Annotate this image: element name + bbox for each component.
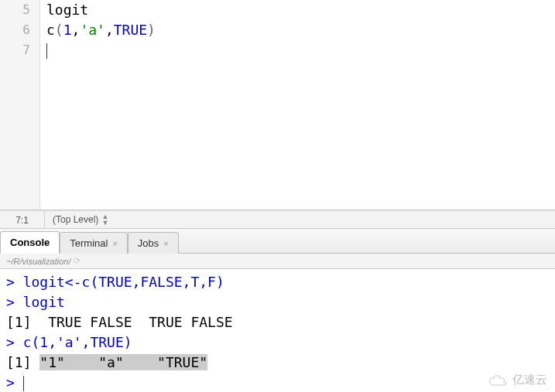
console-input: logit<-c(TRUE,FALSE,T,F) [23,274,224,290]
prompt: > [6,334,23,350]
console-input: c(1,'a',TRUE) [23,334,132,350]
close-icon[interactable]: × [163,239,168,248]
console-tab-bar: Console Terminal × Jobs × [0,229,555,254]
console-line: > logit<-c(TRUE,FALSE,T,F) [6,272,549,292]
code-line: logit [46,0,555,20]
watermark: 亿速云 [488,373,547,387]
cloud-icon [488,373,509,387]
pad [32,354,40,370]
output-values: TRUE FALSE TRUE FALSE [32,314,233,330]
identifier: logit [46,2,88,18]
tab-label: Console [10,237,50,248]
string-literal: 'a' [80,22,105,38]
line-number: 5 [0,0,30,20]
console-line: > logit [6,292,549,312]
paren-open: ( [55,22,63,38]
scope-label: (Top Level) [53,210,98,229]
output-index: [1] [6,354,32,370]
prompt: > [6,374,23,390]
console-input: logit [23,294,65,310]
comma: , [105,22,114,38]
console-line: [1] TRUE FALSE TRUE FALSE [6,312,549,332]
refresh-icon[interactable]: ⟳ [74,256,81,266]
watermark-text: 亿速云 [512,373,547,387]
function-name: c [46,22,55,38]
tab-label: Jobs [138,237,159,249]
working-directory[interactable]: ~/R/visualization/ [6,257,70,266]
console-line: > [6,373,549,392]
tab-console[interactable]: Console [0,231,60,254]
cursor-position: 7:1 [0,211,45,228]
selected-output: "1" "a" "TRUE" [39,354,207,370]
number-literal: 1 [63,22,72,38]
code-line: c(1,'a',TRUE) [46,20,555,40]
updown-icon: ▲▼ [101,213,108,226]
constant: TRUE [114,22,147,38]
code-area[interactable]: logit c(1,'a',TRUE) [40,0,555,210]
line-number: 7 [0,40,30,60]
tab-jobs[interactable]: Jobs × [128,232,179,254]
prompt: > [6,294,23,310]
close-icon[interactable]: × [112,239,117,248]
line-number: 6 [0,20,30,40]
prompt: > [6,274,23,290]
code-line [46,40,555,60]
comma: , [72,22,81,38]
console-output[interactable]: > logit<-c(TRUE,FALSE,T,F) > logit [1] T… [0,269,555,392]
output-index: [1] [6,314,32,330]
scope-selector[interactable]: (Top Level) ▲▼ [45,211,108,228]
editor-status-bar: 7:1 (Top Level) ▲▼ [0,210,555,229]
console-line: > c(1,'a',TRUE) [6,332,549,353]
line-gutter: 5 6 7 [0,0,40,210]
editor-cursor [46,43,47,59]
source-editor: 5 6 7 logit c(1,'a',TRUE) [0,0,555,210]
console-cursor [23,376,24,391]
paren-close: ) [147,22,156,38]
console-line: [1] "1" "a" "TRUE" [6,353,549,373]
tab-terminal[interactable]: Terminal × [60,232,128,254]
working-directory-bar: ~/R/visualization/ ⟳ [0,254,555,269]
tab-label: Terminal [70,237,108,249]
